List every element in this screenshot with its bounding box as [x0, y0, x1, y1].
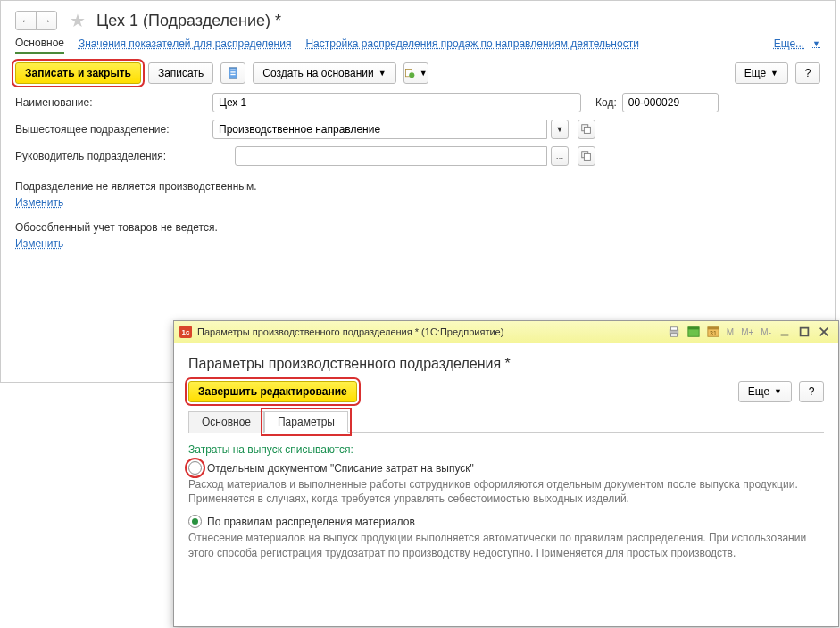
back-button[interactable]: ← — [15, 11, 37, 30]
code-label: Код: — [595, 96, 617, 109]
change-link-2[interactable]: Изменить — [1, 236, 78, 257]
open-icon — [580, 123, 593, 136]
modal-titlebar: 1c Параметры производственного подраздел… — [174, 321, 838, 343]
svg-rect-7 — [584, 127, 590, 133]
save-button[interactable]: Записать — [148, 62, 213, 84]
modal-title: Параметры производственного подразделени… — [188, 356, 824, 372]
nav-buttons: ← → — [15, 11, 57, 30]
finish-editing-button[interactable]: Завершить редактирование — [188, 381, 357, 383]
calendar-orange-icon[interactable]: 31 — [704, 324, 722, 340]
parent-input[interactable] — [212, 120, 547, 139]
modal-help-button[interactable]: ? — [799, 381, 824, 383]
create-based-label: Создать на основании — [262, 67, 374, 79]
nav-tabs: Основное Значения показателей для распре… — [1, 37, 835, 54]
tab-more[interactable]: Еще... ▼ — [774, 37, 820, 53]
modal-params-window: 1c Параметры производственного подраздел… — [173, 320, 839, 383]
m-btn[interactable]: M — [724, 324, 736, 340]
close-btn[interactable] — [815, 324, 833, 340]
more-button[interactable]: Еще ▼ — [735, 62, 788, 84]
forward-button[interactable]: → — [36, 11, 57, 30]
attach-icon — [404, 67, 415, 79]
head-combo: … — [235, 146, 569, 166]
name-label: Наименование: — [15, 96, 207, 109]
app-1c-icon: 1c — [179, 326, 192, 338]
favorite-star-icon[interactable]: ★ — [70, 10, 86, 31]
report-button[interactable] — [220, 62, 245, 84]
print-icon[interactable] — [665, 324, 683, 340]
chevron-down-icon: ▼ — [770, 69, 778, 78]
row-head: Руководитель подразделения: … — [1, 143, 835, 169]
open-icon — [580, 150, 593, 162]
maximize-btn[interactable] — [795, 324, 813, 340]
m-minus-btn[interactable]: M- — [758, 324, 774, 340]
row-name: Наименование: Код: — [1, 89, 835, 116]
modal-toolbar: Завершить редактирование Еще ▼ ? — [188, 381, 824, 383]
more-label: Еще — [744, 67, 766, 79]
save-and-close-button[interactable]: Записать и закрыть — [15, 62, 141, 84]
name-input[interactable] — [212, 93, 581, 112]
svg-point-5 — [409, 72, 414, 78]
head-input[interactable] — [235, 146, 547, 166]
note-separate-accounting: Обособленный учет товаров не ведется. — [1, 216, 835, 236]
svg-rect-19 — [801, 328, 809, 336]
svg-rect-18 — [781, 335, 789, 336]
chevron-down-icon: ▼ — [420, 69, 428, 78]
chevron-down-icon: ▼ — [812, 39, 820, 48]
dropdown-button[interactable]: ▼ — [551, 120, 569, 139]
m-plus-btn[interactable]: M+ — [738, 324, 756, 340]
tab-values[interactable]: Значения показателей для распределения — [79, 37, 291, 53]
tab-main[interactable]: Основное — [15, 37, 64, 54]
note-not-production: Подразделение не является производственн… — [1, 169, 835, 194]
svg-rect-14 — [688, 327, 699, 330]
open-button[interactable] — [578, 120, 595, 139]
modal-more-button[interactable]: Еще ▼ — [738, 381, 792, 383]
svg-rect-3 — [231, 74, 236, 75]
main-toolbar: Записать и закрыть Записать Создать на о… — [1, 54, 835, 89]
svg-rect-2 — [231, 71, 236, 72]
parent-combo: ▼ — [212, 120, 569, 139]
modal-body: Параметры производственного подразделени… — [174, 343, 838, 383]
svg-text:31: 31 — [710, 330, 717, 336]
svg-rect-9 — [584, 153, 590, 160]
svg-rect-12 — [670, 334, 677, 337]
svg-rect-1 — [231, 70, 236, 70]
help-button[interactable]: ? — [795, 62, 820, 84]
titlebar-controls: 31 M M+ M- — [665, 324, 833, 340]
row-parent: Вышестоящее подразделение: ▼ — [1, 116, 835, 143]
header-row: ← → ★ Цех 1 (Подразделение) * — [1, 1, 835, 37]
change-link-1[interactable]: Изменить — [1, 194, 78, 216]
calendar-green-icon[interactable] — [685, 324, 703, 340]
parent-label: Вышестоящее подразделение: — [15, 123, 207, 136]
ellipsis-button[interactable]: … — [551, 146, 569, 166]
tab-more-label: Еще... — [774, 37, 804, 50]
tab-sales-setup[interactable]: Настройка распределения продаж по направ… — [305, 37, 638, 53]
svg-rect-11 — [670, 327, 677, 331]
head-label: Руководитель подразделения: — [15, 150, 229, 162]
minimize-btn[interactable] — [776, 324, 794, 340]
create-based-on-button[interactable]: Создать на основании ▼ — [253, 62, 395, 84]
open-button[interactable] — [578, 146, 595, 166]
modal-titlebar-text: Параметры производственного подразделени… — [197, 326, 503, 337]
code-input[interactable] — [622, 93, 719, 112]
chevron-down-icon: ▼ — [378, 69, 387, 78]
attachments-button[interactable]: ▼ — [403, 62, 428, 84]
document-icon — [227, 67, 239, 79]
page-title: Цех 1 (Подразделение) * — [96, 12, 281, 30]
